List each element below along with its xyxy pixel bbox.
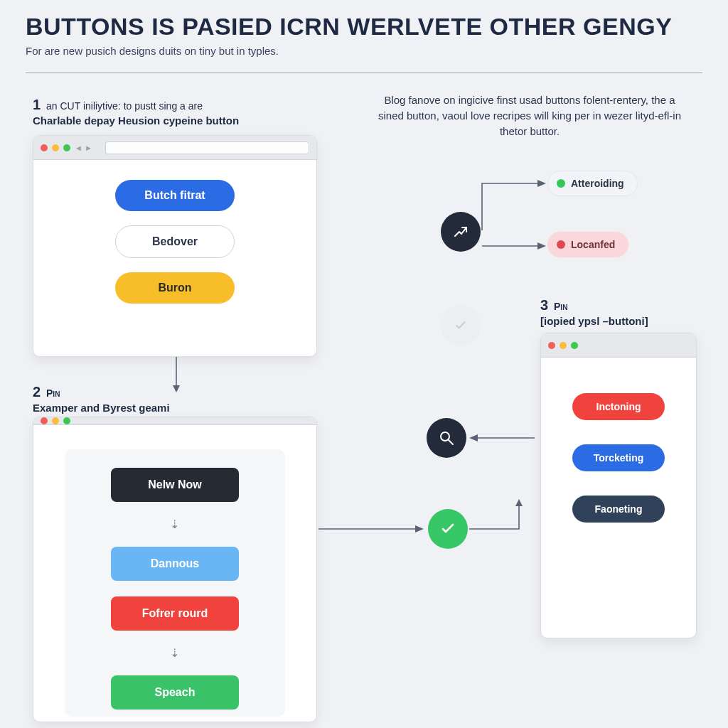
traffic-light-min-icon [52, 417, 59, 424]
action-node-icon [441, 212, 481, 252]
traffic-light-max-icon [63, 417, 70, 424]
status-chip-negative: Locanfed [547, 232, 628, 257]
gesture-icon [452, 223, 469, 240]
intro-paragraph: Blog fanove on ingicive finst usad butto… [377, 92, 682, 139]
svg-marker-3 [173, 385, 180, 392]
svg-marker-11 [515, 499, 523, 506]
window-body: Butch fitrat Bedover Buron [33, 160, 316, 356]
window-chrome [33, 417, 316, 425]
svg-marker-8 [469, 434, 478, 441]
window-chrome: ◄ ► [33, 136, 316, 160]
traffic-light-min-icon [52, 144, 59, 151]
status-dot-icon [557, 240, 565, 249]
section-2-label: 2 Pin Examper and Byrest geami [33, 384, 170, 414]
svg-marker-10 [415, 525, 424, 532]
blue-pill-button[interactable]: Torcketing [572, 444, 665, 471]
check-faint-icon [454, 318, 468, 333]
arrow-connector [482, 178, 547, 233]
section-2-number: 2 [33, 384, 41, 400]
success-node-icon [428, 509, 468, 549]
chip-label: Locanfed [571, 239, 615, 250]
window-chrome [541, 333, 696, 358]
dark-button[interactable]: Nelw Now [111, 468, 239, 502]
tertiary-button[interactable]: Buron [115, 272, 235, 304]
search-icon [438, 429, 455, 446]
example-window-1: ◄ ► Butch fitrat Bedover Buron [33, 135, 317, 357]
check-icon [439, 520, 456, 537]
page-title: BUTTONS IS PASIED ICRN WERLVETE OTHER GE… [26, 13, 702, 41]
inner-card: Nelw Now ⇣ Dannous Fofrer rourd ⇣ Speach [65, 449, 285, 717]
section-1-number: 1 [33, 97, 41, 112]
down-arrow-icon: ⇣ [170, 518, 179, 531]
navy-pill-button[interactable]: Faoneting [572, 496, 665, 523]
secondary-button[interactable]: Bedover [115, 225, 235, 258]
traffic-light-max-icon [63, 144, 70, 151]
window-body: Inctoning Torcketing Faoneting [541, 358, 696, 638]
search-node-icon [427, 418, 466, 458]
svg-marker-6 [537, 242, 546, 250]
section-3-caption: [iopied ypsl –buttoni] [540, 315, 648, 327]
traffic-light-close-icon [41, 417, 48, 424]
arrow-connector [468, 432, 536, 444]
traffic-light-close-icon [41, 144, 48, 151]
section-2-pin: Pin [46, 387, 60, 399]
arrow-connector [482, 240, 547, 252]
example-window-3: Inctoning Torcketing Faoneting [540, 333, 697, 638]
sky-button[interactable]: Dannous [111, 547, 239, 581]
section-1-word: an CUT iniliytive: [46, 100, 121, 112]
chip-label: Atteroiding [571, 178, 624, 189]
arrow-connector [169, 357, 183, 394]
green-button[interactable]: Speach [111, 675, 239, 710]
traffic-light-close-icon [548, 342, 555, 349]
primary-button[interactable]: Butch fitrat [115, 180, 235, 211]
url-bar[interactable] [105, 141, 309, 154]
section-3-number: 3 [540, 297, 548, 313]
traffic-light-min-icon [560, 342, 567, 349]
page-subtitle: For are new pusich designs duits on tiny… [26, 45, 702, 57]
status-chip-positive: Atteroiding [547, 171, 638, 196]
example-window-2: Nelw Now ⇣ Dannous Fofrer rourd ⇣ Speach [33, 417, 317, 722]
nav-arrows-icon: ◄ ► [75, 144, 92, 152]
window-body: Nelw Now ⇣ Dannous Fofrer rourd ⇣ Speach [33, 425, 316, 722]
page-header: BUTTONS IS PASIED ICRN WERLVETE OTHER GE… [0, 0, 728, 63]
red-pill-button[interactable]: Inctoning [572, 393, 665, 420]
status-dot-icon [557, 179, 565, 188]
divider [26, 73, 702, 73]
svg-point-0 [441, 432, 449, 441]
section-1-caption: Charlable depay Heusion cypeine button [33, 114, 303, 127]
arrow-connector [318, 523, 425, 535]
section-3-pin: Pin [554, 301, 567, 312]
red-button[interactable]: Fofrer rourd [111, 596, 239, 631]
section-2-caption: Examper and Byrest geami [33, 402, 170, 414]
disabled-node-icon [441, 306, 481, 346]
section-3-label: 3 Pin [iopied ypsl –buttoni] [540, 297, 648, 327]
down-arrow-icon: ⇣ [170, 646, 179, 660]
arrow-connector [469, 498, 540, 540]
traffic-light-max-icon [571, 342, 578, 349]
section-1-label: 1 an CUT iniliytive: to pustt sing a are… [33, 97, 303, 127]
section-1-rest: to pustt sing a are [124, 100, 203, 112]
svg-line-1 [449, 440, 453, 444]
svg-marker-4 [537, 180, 546, 187]
